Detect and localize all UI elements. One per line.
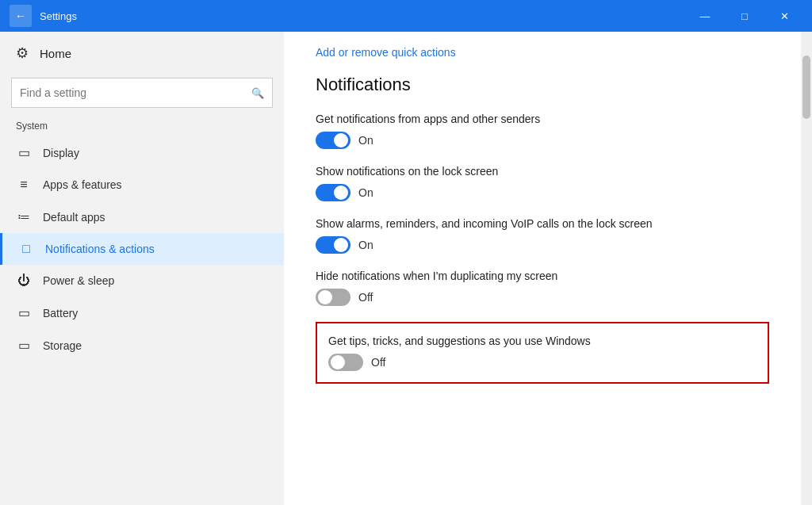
search-icon: 🔍 <box>251 87 264 99</box>
sidebar-home-label: Home <box>40 47 71 60</box>
setting-row-notifications-apps: Get notifications from apps and other se… <box>316 113 769 149</box>
setting-label: Hide notifications when I'm duplicating … <box>316 270 769 282</box>
apps-icon: ≡ <box>16 178 32 192</box>
setting-label: Get tips, tricks, and suggestions as you… <box>328 335 756 347</box>
sidebar-item-label: Battery <box>43 307 78 319</box>
scrollbar-track[interactable] <box>801 32 812 505</box>
toggle-row: On <box>316 132 769 149</box>
content-area: Add or remove quick actions Notification… <box>284 32 801 505</box>
sidebar-item-apps[interactable]: ≡ Apps & features <box>0 169 284 201</box>
search-box[interactable]: 🔍 <box>11 78 273 108</box>
toggle-row: On <box>316 184 769 201</box>
sidebar-item-battery[interactable]: ▭ Battery <box>0 296 284 329</box>
quick-actions-link[interactable]: Add or remove quick actions <box>316 46 769 59</box>
back-button[interactable]: ← <box>10 5 32 27</box>
power-icon: ⏻ <box>16 274 32 288</box>
sidebar-item-notifications[interactable]: □ Notifications & actions <box>0 233 284 265</box>
search-input[interactable] <box>20 86 245 99</box>
close-button[interactable]: ✕ <box>766 0 802 32</box>
scrollbar-thumb[interactable] <box>802 55 810 119</box>
sidebar-item-label: Storage <box>43 339 82 352</box>
sidebar-item-label: Default apps <box>43 211 105 224</box>
toggle-tips[interactable] <box>328 354 363 371</box>
app-title: Settings <box>40 10 77 22</box>
setting-label: Get notifications from apps and other se… <box>316 113 769 125</box>
toggle-state: On <box>358 134 373 147</box>
default-apps-icon: ≔ <box>16 209 32 224</box>
sidebar-item-label: Power & sleep <box>43 274 114 287</box>
storage-icon: ▭ <box>16 338 32 353</box>
highlighted-setting-tips: Get tips, tricks, and suggestions as you… <box>316 322 769 384</box>
toggle-state: Off <box>358 291 373 304</box>
sidebar-item-label: Display <box>43 147 79 159</box>
sidebar-item-default-apps[interactable]: ≔ Default apps <box>0 201 284 233</box>
toggle-knob <box>334 133 348 147</box>
title-bar: ← Settings — □ ✕ <box>0 0 812 32</box>
home-icon: ⚙ <box>16 44 29 62</box>
battery-icon: ▭ <box>16 305 32 320</box>
toggle-state: On <box>358 186 373 199</box>
minimize-button[interactable]: — <box>687 0 723 32</box>
toggle-knob <box>331 355 345 369</box>
sidebar: ⚙ Home 🔍 System ▭ Display ≡ Apps & featu… <box>0 32 284 505</box>
setting-row-lock-screen: Show notifications on the lock screen On <box>316 165 769 201</box>
notifications-title: Notifications <box>316 75 769 95</box>
setting-label: Show alarms, reminders, and incoming VoI… <box>316 217 769 230</box>
toggle-lock-screen[interactable] <box>316 184 350 201</box>
setting-row-duplicate: Hide notifications when I'm duplicating … <box>316 270 769 306</box>
sidebar-item-power[interactable]: ⏻ Power & sleep <box>0 265 284 296</box>
setting-label: Show notifications on the lock screen <box>316 165 769 178</box>
search-container: 🔍 <box>0 75 284 117</box>
display-icon: ▭ <box>16 145 32 160</box>
toggle-duplicate[interactable] <box>316 289 350 306</box>
toggle-row: Off <box>316 289 769 306</box>
toggle-state: On <box>358 239 373 251</box>
toggle-knob <box>334 186 348 200</box>
toggle-state: Off <box>371 356 385 369</box>
sidebar-item-label: Apps & features <box>43 178 122 191</box>
sidebar-item-storage[interactable]: ▭ Storage <box>0 329 284 362</box>
toggle-row: On <box>316 236 769 254</box>
sidebar-item-display[interactable]: ▭ Display <box>0 136 284 169</box>
toggle-row: Off <box>328 354 756 371</box>
setting-row-alarms: Show alarms, reminders, and incoming VoI… <box>316 217 769 254</box>
window-controls: — □ ✕ <box>687 0 802 32</box>
toggle-notifications-apps[interactable] <box>316 132 350 149</box>
sidebar-section-label: System <box>0 117 284 136</box>
sidebar-item-label: Notifications & actions <box>45 243 155 255</box>
toggle-alarms[interactable] <box>316 236 350 254</box>
notifications-icon: □ <box>18 242 34 256</box>
toggle-knob <box>334 238 348 252</box>
main-layout: ⚙ Home 🔍 System ▭ Display ≡ Apps & featu… <box>0 32 812 505</box>
maximize-button[interactable]: □ <box>726 0 763 32</box>
toggle-knob <box>318 290 332 304</box>
sidebar-home-item[interactable]: ⚙ Home <box>0 32 284 75</box>
